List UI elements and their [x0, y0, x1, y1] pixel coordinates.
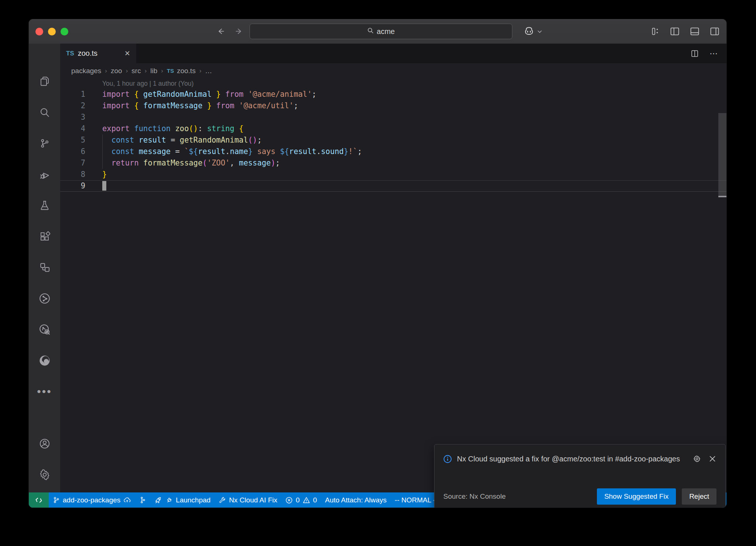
- show-suggested-fix-button[interactable]: Show Suggested Fix: [597, 488, 676, 505]
- typescript-file-icon: TS: [167, 68, 174, 74]
- activity-bar: •••: [29, 44, 60, 492]
- notification-close-icon[interactable]: [708, 455, 717, 463]
- blame-annotation: You, 1 hour ago | 1 author (You): [60, 78, 726, 89]
- chevron-down-icon[interactable]: [537, 28, 543, 34]
- tab-close-icon[interactable]: ✕: [124, 49, 130, 58]
- breadcrumb-item[interactable]: packages: [71, 67, 101, 75]
- code-line[interactable]: 2import { formatMessage } from '@acme/ut…: [60, 100, 726, 112]
- code-text: import { getRandomAnimal } from '@acme/a…: [102, 89, 726, 100]
- traffic-lights: [35, 28, 68, 35]
- line-number: 4: [60, 123, 102, 134]
- scrollbar-thumb[interactable]: [718, 113, 726, 197]
- breadcrumb-item[interactable]: src: [131, 67, 141, 75]
- more-views-icon[interactable]: •••: [29, 376, 60, 407]
- edge-browser-icon[interactable]: [29, 345, 60, 376]
- explorer-icon[interactable]: [29, 66, 60, 97]
- nx-fix-label: Nx Cloud AI Fix: [229, 496, 277, 504]
- command-center-search[interactable]: acme: [250, 24, 512, 39]
- launchpad-item[interactable]: Launchpad: [150, 492, 214, 508]
- breadcrumb-item[interactable]: lib: [150, 67, 157, 75]
- close-window-button[interactable]: [35, 28, 43, 35]
- branch-name: add-zoo-packages: [63, 496, 120, 504]
- source-control-icon[interactable]: [29, 128, 60, 159]
- minimize-window-button[interactable]: [48, 28, 56, 35]
- typescript-file-icon: TS: [66, 50, 74, 57]
- toggle-secondary-sidebar-icon[interactable]: [709, 26, 720, 37]
- chevron-right-icon: ›: [105, 67, 107, 75]
- errors-icon: [285, 496, 293, 504]
- chevron-right-icon: ›: [199, 67, 202, 75]
- forward-arrow-icon[interactable]: [235, 27, 244, 36]
- tab-zoo-ts[interactable]: TS zoo.ts ✕: [60, 44, 136, 63]
- breadcrumb-item[interactable]: zoo: [111, 67, 122, 75]
- line-number: 8: [60, 169, 102, 180]
- account-icon[interactable]: [29, 428, 60, 459]
- extensions-icon[interactable]: [29, 221, 60, 252]
- launchpad-label: Launchpad: [176, 496, 210, 504]
- code-line[interactable]: 1import { getRandomAnimal } from '@acme/…: [60, 89, 726, 100]
- auto-attach-item[interactable]: Auto Attach: Always: [321, 492, 391, 508]
- code-text: return formatMessage('ZOO', message);: [102, 157, 726, 169]
- vscode-window: acme: [29, 19, 726, 508]
- nx-cloud-ai-fix-item[interactable]: Nx Cloud AI Fix: [214, 492, 281, 508]
- copilot-icon[interactable]: [523, 26, 535, 37]
- code-text: const message = `${result.name} says ${r…: [102, 146, 726, 157]
- remote-explorer-icon[interactable]: [29, 252, 60, 283]
- line-number: 2: [60, 100, 102, 112]
- plug-icon: [165, 496, 173, 504]
- reject-button[interactable]: Reject: [682, 488, 717, 505]
- notification-toast: Nx Cloud suggested a fix for @acme/zoo:t…: [434, 444, 726, 508]
- problems-item[interactable]: 0 0: [281, 492, 321, 508]
- cursor: [102, 181, 106, 191]
- scrollbar[interactable]: [718, 113, 726, 492]
- wrench-icon: [219, 496, 226, 504]
- cloud-upload-icon: [123, 496, 131, 504]
- split-editor-icon[interactable]: [690, 49, 699, 58]
- git-branch-item[interactable]: add-zoo-packages: [49, 492, 135, 508]
- line-number: 9: [60, 180, 102, 192]
- search-icon[interactable]: [29, 97, 60, 128]
- code-line[interactable]: 4export function zoo(): string {: [60, 123, 726, 134]
- toggle-panel-icon[interactable]: [690, 26, 700, 37]
- title-bar: acme: [29, 19, 726, 44]
- back-arrow-icon[interactable]: [216, 27, 225, 36]
- line-number: 3: [60, 112, 102, 123]
- toggle-primary-sidebar-icon[interactable]: [670, 26, 680, 37]
- notification-message: Nx Cloud suggested a fix for @acme/zoo:t…: [457, 452, 683, 466]
- code-line[interactable]: 3: [60, 112, 726, 123]
- rocket-icon: [154, 496, 162, 504]
- breadcrumb-file[interactable]: zoo.ts: [177, 67, 196, 75]
- code-line[interactable]: 6 const message = `${result.name} says $…: [60, 146, 726, 157]
- tab-bar: TS zoo.ts ✕ ⋯: [60, 44, 726, 63]
- notification-settings-gear-icon[interactable]: [693, 455, 701, 463]
- more-actions-icon[interactable]: ⋯: [709, 49, 718, 58]
- code-line[interactable]: 5 const result = getRandomAnimal();: [60, 134, 726, 146]
- remote-indicator[interactable]: [29, 492, 49, 508]
- chevron-right-icon: ›: [126, 67, 128, 75]
- nx-cloud-icon[interactable]: [29, 314, 60, 345]
- settings-gear-icon[interactable]: [29, 459, 60, 490]
- warnings-count: 0: [313, 496, 317, 504]
- nx-console-icon[interactable]: [29, 283, 60, 314]
- warnings-icon: [303, 496, 310, 504]
- source-control-graph-item[interactable]: [135, 492, 150, 508]
- code-editor[interactable]: You, 1 hour ago | 1 author (You) 1import…: [60, 78, 726, 492]
- info-icon: [443, 452, 452, 465]
- overview-ruler-cursor-mark: [718, 196, 726, 197]
- errors-count: 0: [296, 496, 300, 504]
- breadcrumb-more[interactable]: …: [205, 67, 212, 75]
- customize-layout-icon[interactable]: [650, 27, 660, 36]
- search-icon: [367, 27, 374, 36]
- code-line[interactable]: 9: [60, 180, 726, 192]
- code-line[interactable]: 8}: [60, 169, 726, 180]
- code-line[interactable]: 7 return formatMessage('ZOO', message);: [60, 157, 726, 169]
- code-text: import { formatMessage } from '@acme/uti…: [102, 100, 726, 112]
- run-and-debug-icon[interactable]: [29, 159, 60, 190]
- code-text: const result = getRandomAnimal();: [102, 134, 726, 146]
- maximize-window-button[interactable]: [61, 28, 68, 35]
- tab-label: zoo.ts: [78, 49, 121, 58]
- chevron-right-icon: ›: [145, 67, 147, 75]
- code-text: [102, 112, 726, 123]
- testing-beaker-icon[interactable]: [29, 190, 60, 221]
- line-number: 6: [60, 146, 102, 157]
